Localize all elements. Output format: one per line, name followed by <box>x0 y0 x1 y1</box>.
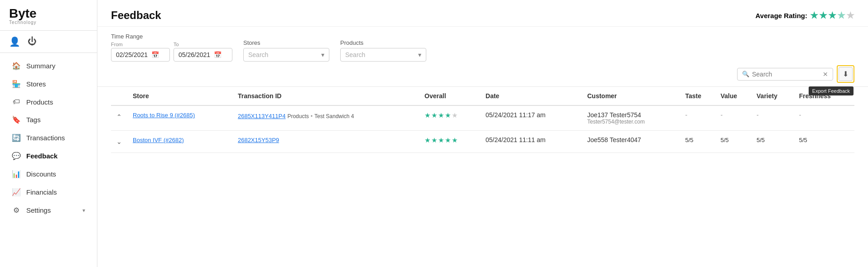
sidebar-item-feedback[interactable]: 💬 Feedback <box>3 147 94 165</box>
row1-freshness-value: - <box>799 111 801 119</box>
sidebar-item-summary[interactable]: 🏠 Summary <box>3 57 94 75</box>
user-icon[interactable]: 👤 <box>9 36 20 47</box>
from-date-value: 02/25/2021 <box>116 51 148 58</box>
row2-taste-cell: 5/5 <box>681 131 717 153</box>
row2-customer-name: Joe558 Tester4047 <box>587 136 678 143</box>
sidebar-nav: 🏠 Summary 🏪 Stores 🏷 Products 🔖 Tags 🔄 T… <box>0 53 97 267</box>
products-dropdown-arrow: ▾ <box>418 51 421 58</box>
star-1: ★ <box>810 10 818 21</box>
search-input-wrap: 🔍 ✕ <box>737 68 833 81</box>
average-stars: ★ ★ ★ ★ ★ <box>810 10 854 21</box>
dot-separator: • <box>311 113 313 119</box>
filters-row: Time Range From 02/25/2021 📅 To 05/26/20… <box>97 27 868 62</box>
row2-taste-value: 5/5 <box>685 137 693 143</box>
row1-product-tag: Products • Test Sandwich 4 <box>287 113 354 119</box>
sidebar-item-tags[interactable]: 🔖 Tags <box>3 111 94 129</box>
export-button-wrap: ⬇ Export Feedback <box>837 65 854 83</box>
row1-transaction-link[interactable]: 2685X113Y411P4 <box>238 113 286 119</box>
stores-filter-label: Stores <box>243 39 329 46</box>
sidebar-label-summary: Summary <box>26 62 85 70</box>
row2-variety-value: 5/5 <box>757 137 765 143</box>
calendar-from-icon: 📅 <box>151 51 159 58</box>
row2-expand-button[interactable]: ⌄ <box>115 136 124 147</box>
search-export-row: 🔍 ✕ ⬇ Export Feedback <box>97 62 868 87</box>
financials-icon: 📈 <box>12 188 21 196</box>
calendar-to-icon: 📅 <box>214 51 222 58</box>
sidebar-label-transactions: Transactions <box>26 134 85 142</box>
to-date-field[interactable]: 05/26/2021 📅 <box>174 48 232 62</box>
row1-variety-cell: - <box>753 105 796 131</box>
sidebar-label-tags: Tags <box>26 116 85 124</box>
sidebar-item-stores[interactable]: 🏪 Stores <box>3 75 94 93</box>
time-range-group: Time Range From 02/25/2021 📅 To 05/26/20… <box>111 33 232 62</box>
sidebar-logo: Byte Technology <box>0 0 97 31</box>
row2-transaction-cell: 2682X15Y53P9 <box>234 131 421 153</box>
row1-transaction-cell: 2685X113Y411P4 Products • Test Sandwich … <box>234 105 421 131</box>
col-taste: Taste <box>681 87 717 105</box>
product-name: Test Sandwich 4 <box>314 113 354 119</box>
row1-freshness-cell: - <box>796 105 854 131</box>
power-icon[interactable]: ⏻ <box>28 36 37 47</box>
download-icon: ⬇ <box>843 70 849 78</box>
row1-customer-name: Joe137 Tester5754 <box>587 111 678 119</box>
sidebar-label-discounts: Discounts <box>26 170 85 178</box>
col-variety: Variety <box>753 87 796 105</box>
row1-value-cell: - <box>717 105 753 131</box>
sidebar-item-discounts[interactable]: 📊 Discounts <box>3 165 94 183</box>
stores-dropdown-arrow: ▾ <box>321 51 324 58</box>
settings-icon: ⚙ <box>12 206 21 215</box>
row2-transaction-link[interactable]: 2682X15Y53P9 <box>238 137 279 143</box>
col-customer: Customer <box>583 87 681 105</box>
row2-customer-cell: Joe558 Tester4047 <box>583 131 681 153</box>
average-rating-section: Average Rating: ★ ★ ★ ★ ★ <box>756 10 854 21</box>
table-row: ⌃ Roots to Rise 9 (#2685) 2685X113Y411P4… <box>111 105 854 131</box>
date-inputs: From 02/25/2021 📅 To 05/26/2021 📅 <box>111 42 232 62</box>
row2-freshness-value: 5/5 <box>799 137 807 143</box>
store-icon: 🏪 <box>12 80 21 88</box>
transactions-icon: 🔄 <box>12 134 21 142</box>
row2-date-cell: 05/24/2021 11:11 am <box>482 131 583 153</box>
row1-store-cell: Roots to Rise 9 (#2685) <box>129 105 234 131</box>
star-3: ★ <box>828 10 836 21</box>
search-clear-button[interactable]: ✕ <box>823 71 828 78</box>
row1-customer-cell: Joe137 Tester5754 Tester5754@tester.com <box>583 105 681 131</box>
products-placeholder: Search <box>345 51 365 58</box>
sidebar-item-products[interactable]: 🏷 Products <box>3 93 94 110</box>
row1-expand-button[interactable]: ⌃ <box>115 111 124 122</box>
row2-value-cell: 5/5 <box>717 131 753 153</box>
row2-value-value: 5/5 <box>720 137 728 143</box>
to-date-value: 05/26/2021 <box>178 51 210 58</box>
col-value: Value <box>717 87 753 105</box>
search-icon: 🔍 <box>742 71 749 77</box>
table-row: ⌄ Boston IVF (#2682) 2682X15Y53P9 ★ ★ ★ … <box>111 131 854 153</box>
col-expand <box>111 87 129 105</box>
row2-store-link[interactable]: Boston IVF (#2682) <box>133 137 184 143</box>
row1-taste-value: - <box>685 111 687 119</box>
products-dropdown[interactable]: Search ▾ <box>340 48 426 62</box>
row1-variety-value: - <box>757 111 759 119</box>
logo-brand: Byte <box>9 7 88 20</box>
row1-store-link[interactable]: Roots to Rise 9 (#2685) <box>133 112 195 119</box>
table-header-row: Store Transaction ID Overall Date Custom… <box>111 87 854 105</box>
sidebar-label-products: Products <box>26 98 85 106</box>
row1-value-value: - <box>720 111 723 119</box>
row1-taste-cell: - <box>681 105 717 131</box>
sidebar-item-financials[interactable]: 📈 Financials <box>3 183 94 201</box>
from-date-field[interactable]: 02/25/2021 📅 <box>111 48 170 62</box>
sidebar-item-transactions[interactable]: 🔄 Transactions <box>3 129 94 147</box>
sidebar-item-settings[interactable]: ⚙ Settings ▾ <box>3 201 94 219</box>
sidebar-label-settings: Settings <box>26 206 77 214</box>
main-content: Feedback Average Rating: ★ ★ ★ ★ ★ Time … <box>97 0 868 267</box>
col-transaction-id: Transaction ID <box>234 87 421 105</box>
row2-variety-cell: 5/5 <box>753 131 796 153</box>
row1-customer-email: Tester5754@tester.com <box>587 119 678 125</box>
col-date: Date <box>482 87 583 105</box>
chevron-down-icon: ▾ <box>82 207 85 214</box>
stores-dropdown[interactable]: Search ▾ <box>243 48 329 62</box>
row1-date-cell: 05/24/2021 11:17 am <box>482 105 583 131</box>
search-input[interactable] <box>752 71 820 78</box>
star-5: ★ <box>846 10 854 21</box>
row1-overall-cell: ★ ★ ★ ★ ★ <box>421 105 482 131</box>
export-feedback-button[interactable]: ⬇ <box>839 67 853 81</box>
export-tooltip: Export Feedback <box>809 86 854 95</box>
